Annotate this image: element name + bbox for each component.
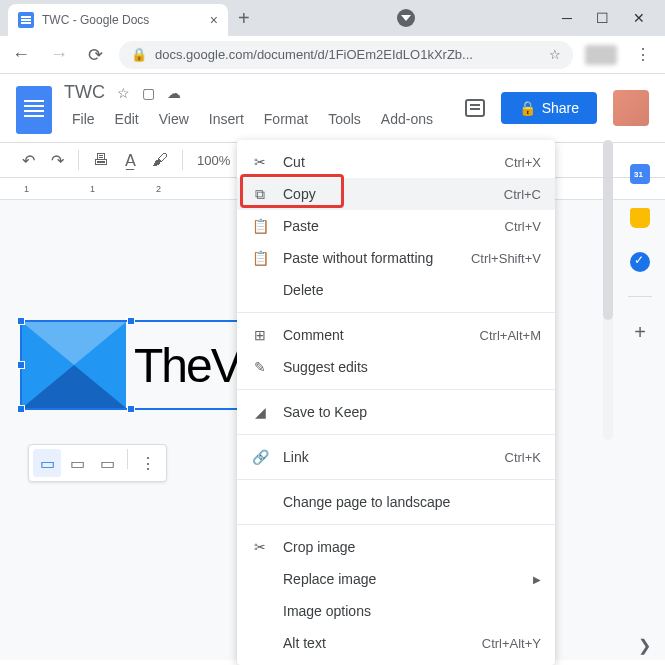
address-bar: ← → ⟳ 🔒 docs.google.com/document/d/1FiOE… [0,36,665,74]
browser-menu-icon[interactable]: ⋮ [629,45,657,64]
context-menu-landscape[interactable]: Change page to landscape [237,486,555,518]
new-tab-button[interactable]: + [228,7,260,30]
resize-handle[interactable] [127,405,135,413]
menu-addons[interactable]: Add-ons [373,107,441,131]
star-icon[interactable]: ☆ [117,85,130,101]
crop-icon: ✂ [251,538,269,556]
context-menu-cut[interactable]: ✂ Cut Ctrl+X [237,146,555,178]
wrap-break-button[interactable]: ▭ [93,449,121,477]
menu-tools[interactable]: Tools [320,107,369,131]
window-controls: ─ ☐ ✕ [562,10,657,26]
menubar: File Edit View Insert Format Tools Add-o… [64,107,453,131]
minimize-icon[interactable]: ─ [562,10,572,26]
wrap-inline-button[interactable]: ▭ [33,449,61,477]
context-menu: ✂ Cut Ctrl+X ⧉ Copy Ctrl+C 📋 Paste Ctrl+… [237,140,555,665]
add-addon-button[interactable]: + [634,321,646,344]
move-icon[interactable]: ▢ [142,85,155,101]
submenu-arrow-icon: ▶ [533,574,541,585]
comment-icon: ⊞ [251,326,269,344]
doc-title-area: TWC ☆ ▢ ☁ File Edit View Insert Format T… [64,82,453,131]
share-label: Share [542,100,579,116]
spellcheck-button[interactable]: A̲ [119,145,142,176]
wrap-text-button[interactable]: ▭ [63,449,91,477]
context-menu-paste-plain[interactable]: 📋 Paste without formatting Ctrl+Shift+V [237,242,555,274]
browser-chrome: TWC - Google Docs × + ─ ☐ ✕ ← → ⟳ 🔒 docs… [0,0,665,74]
tab-title: TWC - Google Docs [42,13,149,27]
image-toolbar: ▭ ▭ ▭ ⋮ [28,444,167,482]
docs-logo-icon[interactable] [16,86,52,134]
suggest-icon: ✎ [251,358,269,376]
context-menu-link[interactable]: 🔗 Link Ctrl+K [237,441,555,473]
image-logo [22,322,126,408]
undo-button[interactable]: ↶ [16,145,41,176]
url-bar[interactable]: 🔒 docs.google.com/document/d/1FiOEm2EIdL… [119,41,573,69]
tab-bar: TWC - Google Docs × + ─ ☐ ✕ [0,0,665,36]
cloud-icon[interactable]: ☁ [167,85,181,101]
context-menu-alt-text[interactable]: Alt text Ctrl+Alt+Y [237,627,555,659]
tab-close-icon[interactable]: × [210,12,218,28]
share-button[interactable]: 🔒 Share [501,92,597,124]
side-panel-expand-icon[interactable]: ❯ [638,636,651,655]
zoom-dropdown[interactable]: 100% [191,153,236,168]
link-icon: 🔗 [251,448,269,466]
resize-handle[interactable] [17,405,25,413]
context-menu-image-options[interactable]: Image options [237,595,555,627]
browser-tab[interactable]: TWC - Google Docs × [8,4,228,36]
copy-icon: ⧉ [251,185,269,203]
image-text: TheV [126,338,241,393]
back-button[interactable]: ← [8,40,34,69]
menu-format[interactable]: Format [256,107,316,131]
context-menu-crop[interactable]: ✂ Crop image [237,531,555,563]
context-menu-delete[interactable]: Delete [237,274,555,306]
paste-icon: 📋 [251,217,269,235]
side-panel: + [615,140,665,344]
menu-view[interactable]: View [151,107,197,131]
lock-icon: 🔒 [131,47,147,62]
print-button[interactable]: 🖶 [87,145,115,175]
menu-insert[interactable]: Insert [201,107,252,131]
url-text: docs.google.com/document/d/1FiOEm2EIdLO1… [155,47,473,62]
scrollbar-thumb[interactable] [603,140,613,320]
calendar-icon[interactable] [630,164,650,184]
resize-handle[interactable] [127,317,135,325]
selected-image[interactable]: TheV [20,320,243,410]
resize-handle[interactable] [17,317,25,325]
cut-icon: ✂ [251,153,269,171]
context-menu-replace-image[interactable]: Replace image ▶ [237,563,555,595]
paste-plain-icon: 📋 [251,249,269,267]
tab-search-icon[interactable] [397,9,415,27]
forward-button[interactable]: → [46,40,72,69]
context-menu-suggest[interactable]: ✎ Suggest edits [237,351,555,383]
user-avatar[interactable] [613,90,649,126]
context-menu-comment[interactable]: ⊞ Comment Ctrl+Alt+M [237,319,555,351]
image-more-button[interactable]: ⋮ [134,449,162,477]
context-menu-copy[interactable]: ⧉ Copy Ctrl+C [237,178,555,210]
tasks-icon[interactable] [630,252,650,272]
keep-icon: ◢ [251,403,269,421]
maximize-icon[interactable]: ☐ [596,10,609,26]
reload-button[interactable]: ⟳ [84,40,107,70]
docs-header: TWC ☆ ▢ ☁ File Edit View Insert Format T… [0,74,665,134]
profile-avatar[interactable] [585,45,617,65]
close-icon[interactable]: ✕ [633,10,645,26]
scrollbar[interactable] [603,140,613,440]
context-menu-keep[interactable]: ◢ Save to Keep [237,396,555,428]
redo-button[interactable]: ↷ [45,145,70,176]
lock-icon: 🔒 [519,100,536,116]
keep-icon[interactable] [630,208,650,228]
comments-icon[interactable] [465,99,485,117]
resize-handle[interactable] [17,361,25,369]
bookmark-star-icon[interactable]: ☆ [549,47,561,62]
menu-file[interactable]: File [64,107,103,131]
document-title[interactable]: TWC [64,82,105,103]
paint-format-button[interactable]: 🖌 [146,145,174,175]
context-menu-paste[interactable]: 📋 Paste Ctrl+V [237,210,555,242]
docs-favicon [18,12,34,28]
menu-edit[interactable]: Edit [107,107,147,131]
